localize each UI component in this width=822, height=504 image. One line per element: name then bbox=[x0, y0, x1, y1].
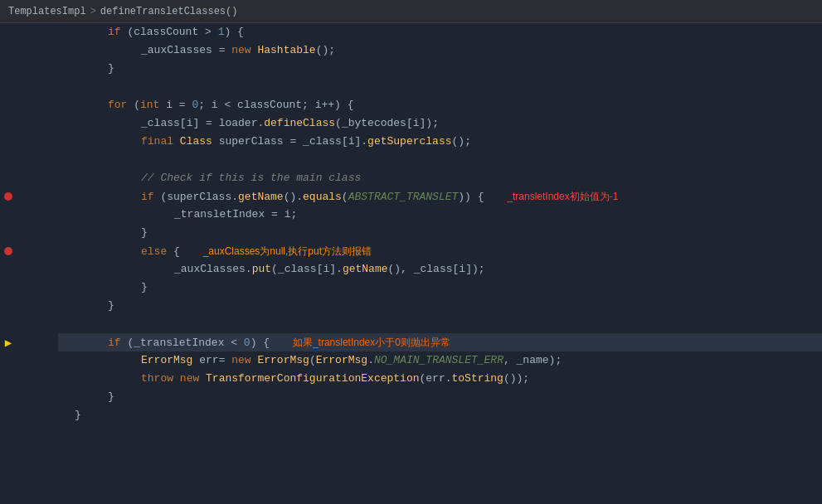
code-line-12: } bbox=[58, 224, 822, 242]
breadcrumb-separator: > bbox=[90, 6, 96, 17]
code-line-8 bbox=[58, 151, 822, 169]
code-line-7: final Class superClass = _class[i].getSu… bbox=[58, 133, 822, 151]
breakpoint-icon-1[interactable] bbox=[0, 187, 17, 206]
code-editor[interactable]: if (classCount > 1) { _auxClasses = new … bbox=[50, 23, 822, 504]
breadcrumb-class[interactable]: TemplatesImpl bbox=[8, 6, 86, 17]
code-line-16: } bbox=[58, 297, 822, 315]
code-line-2: _auxClasses = new Hashtable(); bbox=[58, 41, 822, 60]
code-line-19: ErrorMsg err= new ErrorMsg(ErrorMsg.NO_M… bbox=[58, 351, 822, 370]
code-line-22: } bbox=[58, 406, 822, 424]
code-line-15: } bbox=[58, 279, 822, 297]
annotation-translet-index: _transletIndex初始值为-1 bbox=[507, 191, 618, 202]
editor-area: ▶ if (classCount > bbox=[0, 23, 822, 504]
code-line-5: for (int i = 0; i < classCount; i++) { bbox=[58, 96, 822, 114]
line-numbers bbox=[17, 23, 50, 504]
code-line-11: _transletIndex = i; bbox=[58, 206, 822, 224]
annotation-aux-classes: _auxClasses为null,执行put方法则报错 bbox=[203, 245, 372, 257]
code-line-1: if (classCount > 1) { bbox=[58, 23, 822, 41]
code-line-3: } bbox=[58, 60, 822, 78]
left-gutter: ▶ bbox=[0, 23, 17, 504]
code-line-20: throw new TransformerConfigurationExcept… bbox=[58, 370, 822, 388]
code-line-4 bbox=[58, 78, 822, 96]
annotation-if-throw: 如果_transletIndex小于0则抛出异常 bbox=[293, 337, 450, 348]
code-line-17 bbox=[58, 315, 822, 333]
code-line-9: // Check if this is the main class bbox=[58, 169, 822, 187]
breadcrumb-method: defineTransletClasses() bbox=[100, 6, 238, 17]
code-line-18: if (_transletIndex < 0) { 如果_transletInd… bbox=[58, 333, 822, 351]
breadcrumb: TemplatesImpl > defineTransletClasses() bbox=[0, 0, 822, 23]
code-line-21: } bbox=[58, 388, 822, 406]
code-line-6: _class[i] = loader.defineClass(_bytecode… bbox=[58, 114, 822, 133]
code-line-10: if (superClass.getName().equals(ABSTRACT… bbox=[58, 187, 822, 206]
code-line-14: _auxClasses.put(_class[i].getName(), _cl… bbox=[58, 260, 822, 279]
current-line-arrow: ▶ bbox=[0, 333, 17, 351]
code-line-13: else { _auxClasses为null,执行put方法则报错 bbox=[58, 242, 822, 260]
breakpoint-icon-2[interactable] bbox=[0, 242, 17, 260]
